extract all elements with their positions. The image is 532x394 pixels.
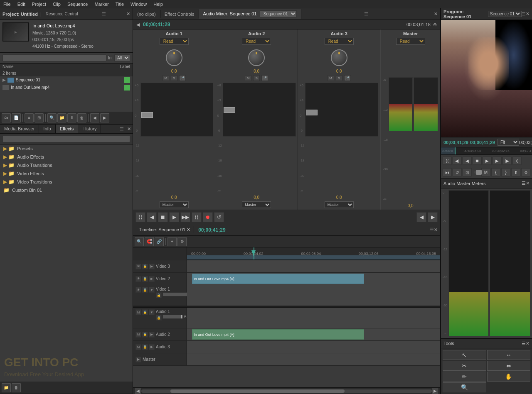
prog-in-btn2[interactable]: { [491,168,500,176]
program-close[interactable]: ✕ [526,11,530,17]
track-content-audio1[interactable] [187,308,440,328]
fader-track-audio2[interactable] [223,83,296,137]
timeline-ruler[interactable]: 00;00;00 00;01;04;02 00;02;08;04 00;03;1… [187,247,440,260]
delete-effect-btn[interactable]: 🗑 [12,383,21,392]
rec-btn-audio2[interactable]: 🎤 [261,75,268,81]
track-eye-icon-video3[interactable]: 👁 [135,264,141,269]
top-panel-close[interactable]: ✕ [434,11,438,17]
tools-menu[interactable]: ☰ [522,341,526,346]
prog-marker-btn[interactable]: M [481,168,490,176]
program-fit-select[interactable]: Fit 100% [498,139,519,146]
timeline-zoom-in-btn[interactable]: 🔍 [135,237,144,246]
list-item[interactable]: ▶ 📁 Audio Transitions [0,161,133,169]
record-btn[interactable]: ⏺ [203,212,213,222]
prog-play-btn[interactable]: ▶ [483,157,492,165]
step-back-btn[interactable]: ◀ [147,212,157,222]
track-eye-icon-video1[interactable]: 👁 [135,287,141,293]
timeline-close[interactable]: ✕ [434,227,438,232]
go-to-out-btn[interactable]: ⟩⟩ [192,212,202,222]
shuttle-thumb[interactable] [476,170,482,175]
rec-btn-audio3[interactable]: 🎤 [344,75,351,81]
tab-audio-mixer[interactable]: Audio Mixer: Sequence 01 Sequence 01 [199,9,301,19]
prog-settings-btn[interactable]: ⚙ [521,168,530,176]
tab-history[interactable]: History [78,125,101,133]
prog-go-out-btn[interactable]: |▶ [502,157,512,165]
prog-shuttle-btn[interactable]: ⏮ [443,168,452,176]
mute-btn-audio1[interactable]: M [163,75,169,81]
loop-btn[interactable]: ↺ [214,212,224,222]
tool-razor-btn[interactable]: ✂ [443,361,486,371]
rec-btn-audio1[interactable]: 🎤 [179,75,186,81]
route-select-audio3[interactable]: Master [325,201,354,208]
master-fader-left[interactable] [389,77,413,131]
timeline-scrollbar[interactable]: ◀ ▶ [133,387,440,394]
channel-read-select-master[interactable]: Read [396,38,425,45]
mute-btn-audio3[interactable]: M [328,75,334,81]
timeline-title-tab[interactable]: Timeline: Sequence 01 ✕ [135,226,194,233]
menu-item-clip[interactable]: Clip [49,2,64,7]
tools-close[interactable]: ✕ [526,341,530,346]
program-menu[interactable]: ☰ [522,11,526,17]
track-content-video1[interactable] [187,285,440,306]
track-sub-icon1[interactable]: 🔒 [156,292,162,298]
list-item[interactable]: ▶ Sequence 01 [0,76,133,84]
fader-handle-audio1[interactable] [141,112,153,118]
track-content-audio2[interactable]: In and Out Love.mp4 [A] [187,328,440,340]
solo-btn-audio3[interactable]: S [336,75,342,81]
delete-btn[interactable]: 🗑 [77,113,86,122]
timeline-clip-audio2[interactable]: In and Out Love.mp4 [A] [192,329,364,340]
tool-pen-btn[interactable]: ✏ [443,372,486,382]
track-expand-icon-video1[interactable]: ▼ [149,287,155,293]
project-search-input[interactable] [2,54,106,61]
bottom-panel-menu[interactable]: ☰ [118,125,126,133]
prog-step-fwd-btn[interactable]: ▶ [493,157,502,165]
menu-item-title[interactable]: Title [112,2,127,7]
stop-btn[interactable]: ⏹ [158,212,168,222]
timeline-menu[interactable]: ☰ [430,227,434,232]
new-item-btn[interactable]: 📄 [12,113,21,122]
track-content-video2[interactable]: In and Out Love.mp4 [V] [187,273,440,285]
fader-handle-audio3[interactable] [306,110,318,115]
timeline-tool-btn[interactable]: ⚙ [177,237,187,246]
list-item[interactable]: In and Out Love.mp4 [0,84,133,91]
scroll-left-btn[interactable]: ◀ [416,212,426,222]
meters-menu[interactable]: ☰ [522,181,526,186]
tool-track-select-btn[interactable]: ↔ [487,350,531,360]
list-item[interactable]: ▶ 📁 Audio Effects [0,153,133,161]
tool-zoom-btn[interactable]: 🔍 [443,382,486,392]
list-item[interactable]: 📁 Custom Bin 01 [0,186,133,194]
mixer-timecode-left[interactable]: 00;00;41;29 [143,22,170,27]
prog-stop-btn[interactable]: ⏹ [473,157,482,165]
fader-track-audio1[interactable] [140,83,214,137]
track-expand-icon-video2[interactable]: ▶ [149,276,155,282]
prog-export-btn[interactable]: ⬆ [511,168,520,176]
track-expand-icon-video3[interactable]: ▶ [149,264,155,269]
tab-effect-controls[interactable]: Effect Controls [160,10,199,18]
track-expand-icon-audio1[interactable]: ▼ [149,309,155,315]
tool-hand-btn[interactable]: ✋ [487,372,531,382]
sequence-select[interactable]: Sequence 01 [260,10,297,17]
track-expand-icon-audio2[interactable]: ▶ [149,332,155,338]
timeline-timecode[interactable]: 00;00;41;29 [198,227,225,233]
shuttle-slider[interactable] [474,171,479,174]
master-fader-right[interactable] [414,77,438,131]
track-lock-icon-audio3[interactable]: 🔒 [142,344,148,350]
track-mute-icon-audio1[interactable]: M [135,309,141,315]
tool-select-btn[interactable]: ↖ [443,350,486,360]
mixer-expand-btn[interactable]: ⊕ [433,22,437,27]
prog-go-end-btn[interactable]: ⟩⟩ [512,157,522,165]
track-lock-icon-audio2[interactable]: 🔒 [142,332,148,338]
tab-no-clips[interactable]: (no clips) [133,10,160,18]
channel-knob-audio3[interactable] [331,49,347,66]
in-select[interactable]: All [114,54,130,61]
import-btn[interactable]: ⬆ [67,113,76,122]
list-item[interactable]: ▶ 📁 Presets [0,144,133,153]
channel-knob-audio2[interactable] [248,49,265,66]
prog-out-btn2[interactable]: } [501,168,510,176]
meters-close[interactable]: ✕ [526,181,530,186]
list-item[interactable]: ▶ 📁 Video Transitions [0,178,133,186]
scrollbar-track[interactable] [141,389,432,393]
track-expand-icon-audio3[interactable]: ▶ [149,344,155,350]
add-track-btn[interactable]: + [167,237,177,246]
search-btn[interactable]: 🔍 [47,113,57,122]
